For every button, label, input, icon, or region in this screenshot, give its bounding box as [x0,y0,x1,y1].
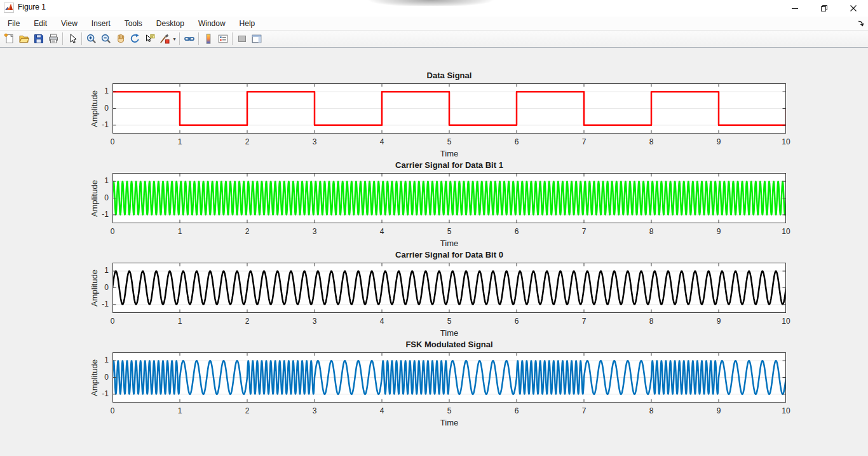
x-tick-label: 3 [302,317,327,326]
minimize-button[interactable] [780,0,810,17]
x-tick-label: 4 [369,137,395,146]
edit-plot-icon [67,33,78,45]
x-tick-label: 7 [571,137,597,146]
menu-bar: FileEditViewInsertToolsDesktopWindowHelp [0,17,868,30]
x-tick-label: 6 [504,137,529,146]
x-tick-label: 7 [571,317,597,326]
x-tick-label: 4 [369,406,395,415]
x-tick-label: 10 [773,406,799,415]
new-figure-icon [4,33,15,45]
brush-data-button[interactable] [157,32,172,46]
restore-button[interactable] [810,0,839,17]
plot-title: Data Signal [112,71,786,80]
data-cursor-button[interactable] [142,32,157,46]
insert-legend-icon [217,33,229,45]
x-axis-label: Time [112,149,786,158]
toolbar-separator [232,32,233,45]
figure-canvas: Data Signal10-1012345678910TimeAmplitude… [0,48,868,456]
x-tick-label: 8 [639,317,664,326]
plot-title: Carrier Signal for Data Bit 1 [112,160,786,170]
menu-item-insert[interactable]: Insert [85,18,117,29]
show-plot-tools-dock-figure-icon [251,33,262,45]
x-tick-label: 9 [706,227,731,236]
menu-item-desktop[interactable]: Desktop [150,18,191,29]
x-tick-label: 8 [639,406,664,415]
x-tick-label: 0 [100,137,125,146]
x-tick-label: 4 [369,317,395,326]
x-tick-label: 10 [773,227,799,236]
rotate-3d-button[interactable] [128,32,142,46]
pan-button[interactable] [113,32,128,46]
x-tick-label: 5 [437,406,462,415]
toolbar-separator [179,32,180,45]
x-tick-label: 0 [100,406,125,415]
menu-item-edit[interactable]: Edit [27,18,53,29]
edit-plot-button[interactable] [65,32,79,46]
insert-colorbar-button[interactable] [201,32,215,46]
menu-item-view[interactable]: View [55,18,84,29]
window-title: Figure 1 [18,3,46,11]
save-figure-icon [33,33,44,45]
x-tick-label: 6 [504,227,529,236]
insert-colorbar-icon [203,33,214,45]
x-tick-label: 1 [167,317,193,326]
x-tick-label: 8 [639,227,664,236]
pan-icon [115,33,126,45]
x-tick-label: 2 [234,406,260,415]
hide-plot-tools-button[interactable] [234,32,249,46]
window-controls [780,0,868,17]
y-axis-label: Amplitude [90,90,99,127]
x-tick-label: 6 [504,317,529,326]
save-figure-button[interactable] [31,32,46,46]
rotate-3d-icon [130,33,141,45]
open-file-icon [18,33,30,45]
new-figure-button[interactable] [2,32,17,46]
x-tick-label: 5 [437,137,462,146]
axes-area [112,173,786,223]
x-tick-label: 3 [302,227,327,236]
toolbar-separator [198,32,199,45]
figure-window: { "window": { "title": "Figure 1", "cont… [0,0,868,456]
link-plot-icon [184,33,195,45]
axes-area [112,83,786,134]
x-tick-label: 4 [369,227,395,236]
matlab-figure-icon [4,3,14,13]
close-button[interactable] [839,0,868,17]
open-file-button[interactable] [17,32,31,46]
x-tick-label: 1 [167,227,193,236]
x-tick-label: 2 [234,137,260,146]
title-bar: Figure 1 [0,0,868,17]
x-tick-label: 0 [100,227,125,236]
insert-legend-button[interactable] [215,32,230,46]
menu-item-tools[interactable]: Tools [118,18,149,29]
x-tick-label: 3 [302,137,327,146]
x-tick-label: 5 [437,317,462,326]
zoom-out-button[interactable] [98,32,113,46]
brush-data-dropdown-caret[interactable]: ▾ [172,36,177,42]
x-tick-label: 7 [571,406,597,415]
hide-plot-tools-icon [236,33,248,45]
y-axis-label: Amplitude [90,359,99,396]
x-axis-label: Time [112,328,786,338]
zoom-in-button[interactable] [84,32,98,46]
data-cursor-icon [144,33,156,45]
show-plot-tools-dock-figure-button[interactable] [249,32,264,46]
top-edge-shadow [357,0,505,6]
x-tick-label: 1 [167,406,193,415]
x-tick-label: 10 [773,317,799,326]
figure-toolbar: ▾ [0,30,868,48]
axes-area [112,352,786,403]
menu-item-help[interactable]: Help [233,18,262,29]
toolbar-separator [81,32,82,45]
zoom-in-icon [86,33,97,45]
x-tick-label: 2 [234,227,260,236]
plot-title: FSK Modulated Signal [112,340,786,349]
link-plot-button[interactable] [182,32,196,46]
x-tick-label: 9 [706,406,731,415]
menu-item-window[interactable]: Window [192,18,232,29]
menu-item-file[interactable]: File [1,18,26,29]
wave-path [112,182,786,215]
y-axis-label: Amplitude [90,180,99,217]
dock-figure-arrow-icon[interactable] [857,19,865,28]
print-figure-button[interactable] [46,32,60,46]
